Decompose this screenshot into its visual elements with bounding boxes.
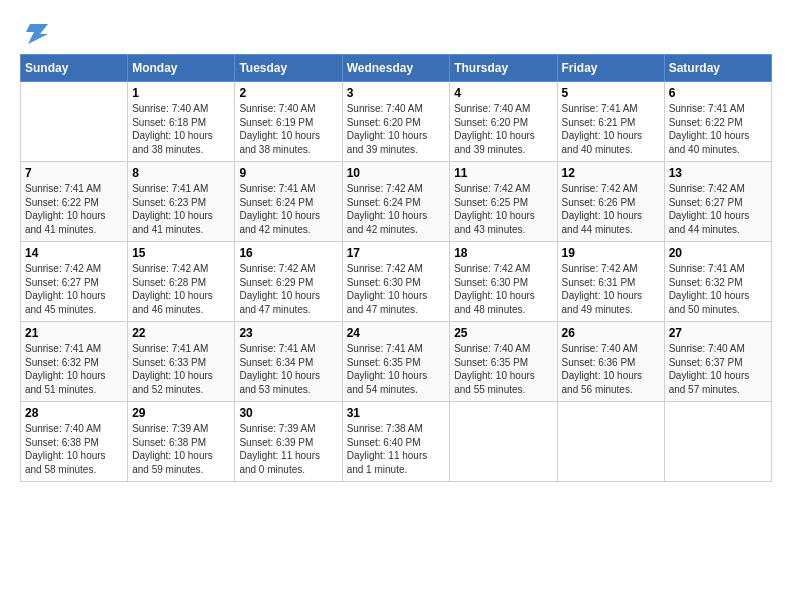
day-info: Sunrise: 7:42 AM Sunset: 6:30 PM Dayligh… — [347, 262, 446, 316]
day-header: Thursday — [450, 55, 557, 82]
day-number: 2 — [239, 86, 337, 100]
day-number: 28 — [25, 406, 123, 420]
day-number: 31 — [347, 406, 446, 420]
day-number: 15 — [132, 246, 230, 260]
logo-icon — [20, 20, 50, 44]
calendar-cell — [557, 402, 664, 482]
day-info: Sunrise: 7:42 AM Sunset: 6:31 PM Dayligh… — [562, 262, 660, 316]
calendar-cell: 20Sunrise: 7:41 AM Sunset: 6:32 PM Dayli… — [664, 242, 771, 322]
svg-marker-0 — [26, 24, 48, 44]
calendar-cell: 9Sunrise: 7:41 AM Sunset: 6:24 PM Daylig… — [235, 162, 342, 242]
day-info: Sunrise: 7:42 AM Sunset: 6:30 PM Dayligh… — [454, 262, 552, 316]
calendar-cell: 13Sunrise: 7:42 AM Sunset: 6:27 PM Dayli… — [664, 162, 771, 242]
day-number: 21 — [25, 326, 123, 340]
calendar-week-row: 14Sunrise: 7:42 AM Sunset: 6:27 PM Dayli… — [21, 242, 772, 322]
calendar-cell: 14Sunrise: 7:42 AM Sunset: 6:27 PM Dayli… — [21, 242, 128, 322]
calendar-cell: 18Sunrise: 7:42 AM Sunset: 6:30 PM Dayli… — [450, 242, 557, 322]
day-info: Sunrise: 7:41 AM Sunset: 6:21 PM Dayligh… — [562, 102, 660, 156]
day-number: 19 — [562, 246, 660, 260]
day-info: Sunrise: 7:40 AM Sunset: 6:18 PM Dayligh… — [132, 102, 230, 156]
calendar-cell: 15Sunrise: 7:42 AM Sunset: 6:28 PM Dayli… — [128, 242, 235, 322]
day-info: Sunrise: 7:40 AM Sunset: 6:36 PM Dayligh… — [562, 342, 660, 396]
day-info: Sunrise: 7:41 AM Sunset: 6:22 PM Dayligh… — [25, 182, 123, 236]
logo — [20, 20, 54, 44]
calendar-cell: 21Sunrise: 7:41 AM Sunset: 6:32 PM Dayli… — [21, 322, 128, 402]
calendar-cell: 19Sunrise: 7:42 AM Sunset: 6:31 PM Dayli… — [557, 242, 664, 322]
day-header: Saturday — [664, 55, 771, 82]
calendar-cell: 8Sunrise: 7:41 AM Sunset: 6:23 PM Daylig… — [128, 162, 235, 242]
day-header: Tuesday — [235, 55, 342, 82]
calendar-cell: 26Sunrise: 7:40 AM Sunset: 6:36 PM Dayli… — [557, 322, 664, 402]
day-number: 18 — [454, 246, 552, 260]
day-header: Wednesday — [342, 55, 450, 82]
calendar-cell: 5Sunrise: 7:41 AM Sunset: 6:21 PM Daylig… — [557, 82, 664, 162]
calendar-cell: 1Sunrise: 7:40 AM Sunset: 6:18 PM Daylig… — [128, 82, 235, 162]
day-number: 22 — [132, 326, 230, 340]
day-info: Sunrise: 7:40 AM Sunset: 6:37 PM Dayligh… — [669, 342, 767, 396]
day-info: Sunrise: 7:40 AM Sunset: 6:20 PM Dayligh… — [347, 102, 446, 156]
calendar-cell: 29Sunrise: 7:39 AM Sunset: 6:38 PM Dayli… — [128, 402, 235, 482]
day-info: Sunrise: 7:39 AM Sunset: 6:39 PM Dayligh… — [239, 422, 337, 476]
calendar-cell — [664, 402, 771, 482]
calendar-cell: 6Sunrise: 7:41 AM Sunset: 6:22 PM Daylig… — [664, 82, 771, 162]
calendar-cell: 25Sunrise: 7:40 AM Sunset: 6:35 PM Dayli… — [450, 322, 557, 402]
day-number: 10 — [347, 166, 446, 180]
day-info: Sunrise: 7:41 AM Sunset: 6:32 PM Dayligh… — [25, 342, 123, 396]
page-header — [20, 20, 772, 44]
day-number: 5 — [562, 86, 660, 100]
day-info: Sunrise: 7:42 AM Sunset: 6:29 PM Dayligh… — [239, 262, 337, 316]
day-number: 27 — [669, 326, 767, 340]
day-info: Sunrise: 7:41 AM Sunset: 6:22 PM Dayligh… — [669, 102, 767, 156]
day-number: 12 — [562, 166, 660, 180]
day-info: Sunrise: 7:41 AM Sunset: 6:35 PM Dayligh… — [347, 342, 446, 396]
day-info: Sunrise: 7:39 AM Sunset: 6:38 PM Dayligh… — [132, 422, 230, 476]
day-number: 13 — [669, 166, 767, 180]
calendar-cell: 10Sunrise: 7:42 AM Sunset: 6:24 PM Dayli… — [342, 162, 450, 242]
day-number: 17 — [347, 246, 446, 260]
day-number: 3 — [347, 86, 446, 100]
calendar-table: SundayMondayTuesdayWednesdayThursdayFrid… — [20, 54, 772, 482]
day-number: 9 — [239, 166, 337, 180]
day-info: Sunrise: 7:40 AM Sunset: 6:19 PM Dayligh… — [239, 102, 337, 156]
day-number: 25 — [454, 326, 552, 340]
calendar-cell: 3Sunrise: 7:40 AM Sunset: 6:20 PM Daylig… — [342, 82, 450, 162]
day-info: Sunrise: 7:42 AM Sunset: 6:25 PM Dayligh… — [454, 182, 552, 236]
day-header: Friday — [557, 55, 664, 82]
calendar-cell: 27Sunrise: 7:40 AM Sunset: 6:37 PM Dayli… — [664, 322, 771, 402]
day-info: Sunrise: 7:41 AM Sunset: 6:32 PM Dayligh… — [669, 262, 767, 316]
calendar-cell — [450, 402, 557, 482]
day-info: Sunrise: 7:40 AM Sunset: 6:20 PM Dayligh… — [454, 102, 552, 156]
calendar-cell: 24Sunrise: 7:41 AM Sunset: 6:35 PM Dayli… — [342, 322, 450, 402]
day-info: Sunrise: 7:38 AM Sunset: 6:40 PM Dayligh… — [347, 422, 446, 476]
calendar-cell: 2Sunrise: 7:40 AM Sunset: 6:19 PM Daylig… — [235, 82, 342, 162]
calendar-cell: 17Sunrise: 7:42 AM Sunset: 6:30 PM Dayli… — [342, 242, 450, 322]
day-number: 29 — [132, 406, 230, 420]
calendar-cell — [21, 82, 128, 162]
calendar-cell: 28Sunrise: 7:40 AM Sunset: 6:38 PM Dayli… — [21, 402, 128, 482]
calendar-week-row: 1Sunrise: 7:40 AM Sunset: 6:18 PM Daylig… — [21, 82, 772, 162]
day-info: Sunrise: 7:42 AM Sunset: 6:28 PM Dayligh… — [132, 262, 230, 316]
day-number: 23 — [239, 326, 337, 340]
day-info: Sunrise: 7:42 AM Sunset: 6:27 PM Dayligh… — [25, 262, 123, 316]
day-info: Sunrise: 7:41 AM Sunset: 6:23 PM Dayligh… — [132, 182, 230, 236]
calendar-cell: 22Sunrise: 7:41 AM Sunset: 6:33 PM Dayli… — [128, 322, 235, 402]
calendar-week-row: 28Sunrise: 7:40 AM Sunset: 6:38 PM Dayli… — [21, 402, 772, 482]
calendar-cell: 30Sunrise: 7:39 AM Sunset: 6:39 PM Dayli… — [235, 402, 342, 482]
calendar-cell: 16Sunrise: 7:42 AM Sunset: 6:29 PM Dayli… — [235, 242, 342, 322]
day-info: Sunrise: 7:42 AM Sunset: 6:26 PM Dayligh… — [562, 182, 660, 236]
day-number: 8 — [132, 166, 230, 180]
calendar-week-row: 21Sunrise: 7:41 AM Sunset: 6:32 PM Dayli… — [21, 322, 772, 402]
day-info: Sunrise: 7:42 AM Sunset: 6:24 PM Dayligh… — [347, 182, 446, 236]
day-info: Sunrise: 7:40 AM Sunset: 6:35 PM Dayligh… — [454, 342, 552, 396]
day-number: 14 — [25, 246, 123, 260]
day-info: Sunrise: 7:41 AM Sunset: 6:33 PM Dayligh… — [132, 342, 230, 396]
day-number: 6 — [669, 86, 767, 100]
day-number: 30 — [239, 406, 337, 420]
day-number: 20 — [669, 246, 767, 260]
day-number: 11 — [454, 166, 552, 180]
day-header: Sunday — [21, 55, 128, 82]
day-info: Sunrise: 7:41 AM Sunset: 6:24 PM Dayligh… — [239, 182, 337, 236]
calendar-cell: 23Sunrise: 7:41 AM Sunset: 6:34 PM Dayli… — [235, 322, 342, 402]
day-number: 16 — [239, 246, 337, 260]
calendar-cell: 11Sunrise: 7:42 AM Sunset: 6:25 PM Dayli… — [450, 162, 557, 242]
